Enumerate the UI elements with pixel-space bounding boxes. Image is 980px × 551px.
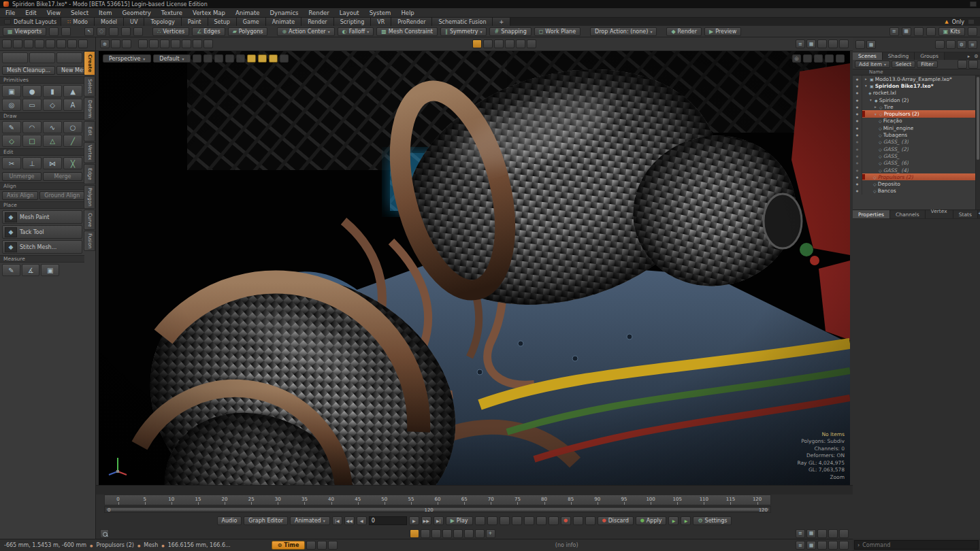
layout-tab-render[interactable]: Render (301, 18, 333, 26)
visibility-eye-icon[interactable]: ● (853, 167, 862, 173)
visibility-eye-icon[interactable]: ● (853, 139, 862, 146)
action-center-dropdown[interactable]: ⊕Action Center▾ (277, 27, 334, 36)
symmetry-dropdown[interactable]: ∥Symmetry▾ (440, 27, 487, 36)
toolbar-list-icon[interactable]: ≡ (889, 27, 899, 36)
tree-item[interactable]: ● ◇GASS_ (853, 152, 980, 159)
record-icon[interactable]: ● (561, 516, 571, 525)
circle-tool-icon[interactable]: ○ (63, 121, 82, 133)
vtab-edit[interactable]: Edit (84, 121, 95, 141)
panel-menu-icon[interactable]: ≡ (968, 40, 977, 49)
tree-item[interactable]: ● ◇GASS_ (6) (853, 160, 980, 167)
tree-item[interactable]: ● ◈rocket.lxl (853, 90, 980, 97)
drop-action-dropdown[interactable]: Drop Action: (none)▾ (590, 27, 657, 36)
status-expand-icon[interactable] (828, 541, 838, 550)
select-cursor-icon[interactable]: ↖ (84, 27, 94, 36)
layout-tab-modo[interactable]: ∷Modo (61, 18, 95, 26)
align-section-header[interactable]: Align (0, 182, 84, 190)
play-button[interactable]: ▶Play (446, 516, 473, 525)
edit-section-header[interactable]: Edit (0, 148, 84, 156)
rectangle-tool-icon[interactable]: □ (22, 135, 42, 147)
element-select-icon[interactable] (133, 27, 143, 36)
shading-solid-icon[interactable] (193, 54, 201, 63)
shading-reflect-icon[interactable] (225, 54, 234, 63)
visibility-eye-icon[interactable]: ● (853, 146, 862, 152)
viewport-menu-icon[interactable] (836, 54, 845, 63)
vtab-fusion[interactable]: Fusion (84, 231, 95, 251)
menu-system[interactable]: System (370, 10, 391, 16)
torus-primitive-icon[interactable]: ◎ (2, 99, 21, 111)
center-action-icon[interactable]: ⊕ (100, 39, 110, 48)
slice-tool-icon[interactable]: ✂ (2, 157, 21, 169)
area-select-icon[interactable] (121, 27, 131, 36)
tabs-gear-icon[interactable]: ⚙ (973, 52, 980, 60)
key-remove-icon[interactable] (512, 516, 522, 525)
shade-mode-icon[interactable] (527, 39, 536, 48)
tree-item[interactable]: ● ▸▣Modo13.0-Array_Example.lxo* (853, 76, 980, 82)
visibility-eye-icon[interactable]: ● (853, 90, 862, 97)
grid-snap-icon[interactable] (138, 39, 148, 48)
visibility-eye-icon[interactable]: ● (853, 110, 862, 117)
shading-wire-icon[interactable] (203, 54, 212, 63)
strip-hide-ic on[interactable] (442, 529, 452, 538)
render-button[interactable]: ◆Render (666, 27, 702, 36)
expand-icon[interactable]: ▸ (873, 105, 878, 109)
prev-frame-button[interactable]: ◀ (357, 516, 367, 525)
panel-edit-icon[interactable] (946, 40, 956, 49)
measure-section-header[interactable]: Measure (0, 255, 84, 263)
vtab-create[interactable]: Create (84, 51, 95, 76)
angle-measure-icon[interactable]: ∡ (22, 264, 40, 276)
dimension-pen-icon[interactable]: ✎ (2, 264, 20, 276)
command-field-wrap[interactable]: › (854, 540, 979, 550)
strip-close-icon[interactable] (839, 529, 849, 538)
vtab-vertex[interactable]: Vertex (84, 142, 95, 163)
settings-button[interactable]: ⚙Settings (693, 516, 732, 525)
mirror-icon[interactable] (182, 39, 191, 48)
tab-vertex[interactable]: Vertex ... (926, 210, 953, 218)
falloff-dropdown[interactable]: ◐Falloff▾ (338, 27, 374, 36)
preview-button[interactable]: ▶Preview (704, 27, 741, 36)
key-prev-icon[interactable] (524, 516, 534, 525)
layout-tab-animate[interactable]: Animate (266, 18, 302, 26)
stitch-mesh-tool[interactable]: ◆ Stitch Mesh... (2, 240, 82, 254)
default-layouts-button[interactable]: Default Layouts (0, 18, 61, 26)
arc-tool-icon[interactable]: ◠ (22, 121, 42, 133)
visibility-eye-icon[interactable]: ● (853, 76, 862, 82)
menu-edit[interactable]: Edit (25, 10, 36, 16)
visibility-eye-icon[interactable]: ● (853, 188, 862, 195)
menu-render[interactable]: Render (309, 10, 329, 16)
zoom-icon[interactable] (825, 54, 834, 63)
dimension-cube-icon[interactable]: ▣ (41, 264, 59, 276)
audio-button[interactable]: Audio (217, 516, 242, 525)
strip-lock-icon[interactable] (464, 529, 474, 538)
pen-tool-icon[interactable]: ✎ (2, 121, 21, 133)
strip-expand-icon[interactable] (828, 529, 838, 538)
vtab-polygon[interactable]: Polygon (84, 185, 95, 210)
tab-shading[interactable]: Shading (883, 52, 915, 60)
time-display-icon[interactable] (306, 541, 316, 550)
menu-geometry[interactable]: Geometry (122, 10, 150, 16)
cone-primitive-icon[interactable]: ▲ (63, 85, 82, 97)
anim-layer-icon[interactable] (549, 516, 559, 525)
layout-gear-icon[interactable] (968, 19, 975, 24)
tree-item-selected[interactable]: ● ◇Propulsors (2) (853, 173, 980, 180)
weld-icon[interactable] (193, 39, 202, 48)
range-track[interactable] (106, 508, 769, 511)
time-slider-icon[interactable] (328, 541, 338, 550)
next-key-button[interactable]: ▶▶ (421, 516, 431, 525)
move-tool-icon[interactable] (2, 39, 12, 48)
strip-list-icon[interactable]: ≡ (796, 529, 805, 538)
tree-item[interactable]: ● ▸◇Tire (853, 103, 980, 110)
layout-tab-vr[interactable]: VR (371, 18, 391, 26)
curve-slice-icon[interactable]: ╳ (63, 157, 82, 169)
panel-swap-icon[interactable] (855, 40, 865, 49)
tree-item[interactable]: ● ◇GASS_ (3) (853, 139, 980, 146)
expand-icon[interactable]: ▾ (868, 98, 873, 102)
toolbar-help-icon[interactable] (968, 27, 977, 36)
current-frame-field[interactable] (369, 516, 407, 525)
place-section-header[interactable]: Place (0, 201, 84, 209)
draw-section-header[interactable]: Draw (0, 112, 84, 120)
scrollbar-thumb[interactable] (977, 77, 979, 160)
edges-mode-button[interactable]: ∠Edges (192, 27, 225, 36)
slide-icon[interactable] (171, 39, 180, 48)
visibility-r-icon[interactable] (258, 54, 267, 63)
